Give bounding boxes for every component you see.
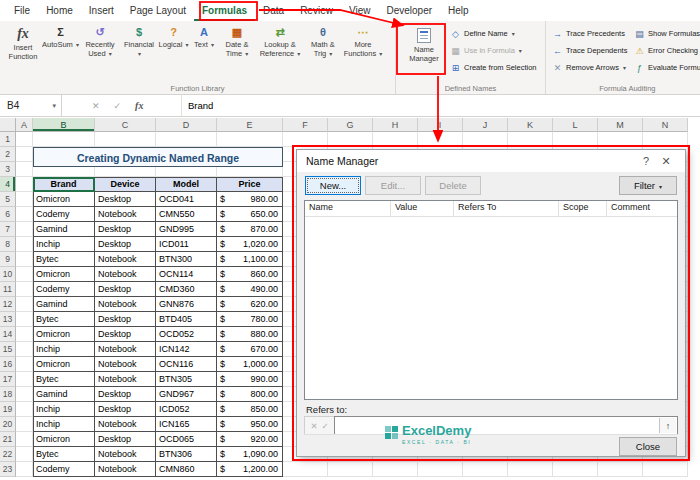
table-cell[interactable]: $1,090.00 bbox=[217, 447, 283, 462]
ribbon-button-remove-arrows[interactable]: ✕Remove Arrows▾ bbox=[550, 59, 632, 76]
table-cell[interactable]: ICN165 bbox=[156, 417, 217, 432]
ribbon-button-recently-used[interactable]: ↺Recently Used ▾ bbox=[79, 24, 121, 58]
table-cell[interactable]: Inchip bbox=[33, 237, 95, 252]
table-cell[interactable]: $880.00 bbox=[217, 327, 283, 342]
table-cell[interactable]: OCD041 bbox=[156, 192, 217, 207]
table-cell[interactable]: Desktop bbox=[95, 312, 156, 327]
list-column-comment[interactable]: Comment bbox=[607, 201, 677, 216]
table-cell[interactable]: OCD065 bbox=[156, 432, 217, 447]
table-cell[interactable]: $620.00 bbox=[217, 297, 283, 312]
ribbon-button-lookup-reference[interactable]: ⇄Lookup & Reference ▾ bbox=[256, 24, 304, 58]
table-cell[interactable]: Desktop bbox=[95, 282, 156, 297]
table-cell[interactable]: $1,000.00 bbox=[217, 357, 283, 372]
dialog-close-icon[interactable]: ✕ bbox=[656, 155, 676, 168]
table-cell[interactable]: Inchip bbox=[33, 417, 95, 432]
table-header-price[interactable]: Price bbox=[217, 177, 283, 192]
table-cell[interactable]: Bytec bbox=[33, 252, 95, 267]
formula-bar-input[interactable]: Brand bbox=[182, 95, 700, 116]
table-cell[interactable]: Desktop bbox=[95, 327, 156, 342]
insert-function-button[interactable]: fx Insert Function bbox=[4, 24, 42, 61]
table-cell[interactable]: BTN300 bbox=[156, 252, 217, 267]
tab-insert[interactable]: Insert bbox=[81, 0, 122, 21]
table-cell[interactable]: GND967 bbox=[156, 387, 217, 402]
table-cell[interactable]: Gamind bbox=[33, 297, 95, 312]
ribbon-button-date-time[interactable]: ▦Date & Time ▾ bbox=[218, 24, 256, 58]
table-cell[interactable]: Inchip bbox=[33, 342, 95, 357]
table-cell[interactable]: $780.00 bbox=[217, 312, 283, 327]
list-column-name[interactable]: Name bbox=[305, 201, 391, 216]
tab-help[interactable]: Help bbox=[440, 0, 477, 21]
refers-to-input[interactable]: ↑ bbox=[334, 416, 678, 435]
table-cell[interactable]: Bytec bbox=[33, 372, 95, 387]
table-cell[interactable]: Inchip bbox=[33, 402, 95, 417]
table-cell[interactable]: OCN116 bbox=[156, 357, 217, 372]
table-cell[interactable]: Desktop bbox=[95, 222, 156, 237]
table-cell[interactable]: $870.00 bbox=[217, 222, 283, 237]
ribbon-button-error-checking[interactable]: ⚠Error Checking▾ bbox=[632, 42, 700, 59]
ribbon-button-logical[interactable]: ?Logical ▾ bbox=[157, 24, 190, 49]
tab-developer[interactable]: Developer bbox=[378, 0, 440, 21]
ribbon-button-create-from-selection[interactable]: ⊞Create from Selection bbox=[448, 59, 542, 76]
table-cell[interactable]: Desktop bbox=[95, 387, 156, 402]
table-cell[interactable]: OCN114 bbox=[156, 267, 217, 282]
ribbon-button-more-functions[interactable]: ⋯More Functions ▾ bbox=[342, 24, 384, 58]
list-column-scope[interactable]: Scope bbox=[559, 201, 607, 216]
list-column-refers-to[interactable]: Refers To bbox=[454, 201, 559, 216]
ribbon-button-show-formulas[interactable]: ▤Show Formulas bbox=[632, 25, 700, 42]
table-cell[interactable]: Omicron bbox=[33, 432, 95, 447]
table-cell[interactable]: Notebook bbox=[95, 342, 156, 357]
table-cell[interactable]: BTN305 bbox=[156, 372, 217, 387]
table-cell[interactable]: $860.00 bbox=[217, 267, 283, 282]
table-cell[interactable]: Notebook bbox=[95, 417, 156, 432]
tab-data[interactable]: Data bbox=[255, 0, 292, 21]
table-cell[interactable]: Gamind bbox=[33, 387, 95, 402]
close-button[interactable]: Close bbox=[619, 437, 677, 456]
table-cell[interactable]: BTD405 bbox=[156, 312, 217, 327]
names-list[interactable]: NameValueRefers ToScopeComment bbox=[304, 200, 678, 400]
filter-button[interactable]: Filter▾ bbox=[619, 176, 677, 195]
table-cell[interactable]: $990.00 bbox=[217, 372, 283, 387]
table-cell[interactable]: CMD360 bbox=[156, 282, 217, 297]
table-cell[interactable]: ICD052 bbox=[156, 402, 217, 417]
table-cell[interactable]: Notebook bbox=[95, 372, 156, 387]
table-header-device[interactable]: Device bbox=[95, 177, 156, 192]
table-cell[interactable]: $1,020.00 bbox=[217, 237, 283, 252]
table-cell[interactable]: Codemy bbox=[33, 207, 95, 222]
table-cell[interactable]: Notebook bbox=[95, 357, 156, 372]
ribbon-button-financial[interactable]: $Financial ▾ bbox=[121, 24, 157, 58]
table-cell[interactable]: Notebook bbox=[95, 207, 156, 222]
tab-view[interactable]: View bbox=[341, 0, 379, 21]
table-cell[interactable]: Notebook bbox=[95, 447, 156, 462]
table-cell[interactable]: CMN550 bbox=[156, 207, 217, 222]
table-cell[interactable]: Omicron bbox=[33, 357, 95, 372]
table-header-model[interactable]: Model bbox=[156, 177, 217, 192]
table-cell[interactable]: Bytec bbox=[33, 447, 95, 462]
table-cell[interactable]: GND995 bbox=[156, 222, 217, 237]
ribbon-button-trace-precedents[interactable]: →Trace Precedents bbox=[550, 25, 632, 42]
list-column-value[interactable]: Value bbox=[391, 201, 454, 216]
table-cell[interactable]: Notebook bbox=[95, 267, 156, 282]
name-manager-button[interactable]: Name Manager bbox=[400, 24, 448, 63]
table-cell[interactable]: $1,200.00 bbox=[217, 462, 283, 477]
table-cell[interactable]: Desktop bbox=[95, 192, 156, 207]
insert-function-fx-icon[interactable]: fx bbox=[135, 100, 143, 111]
ribbon-button-trace-dependents[interactable]: ←Trace Dependents bbox=[550, 42, 632, 59]
table-cell[interactable]: $980.00 bbox=[217, 192, 283, 207]
table-cell[interactable]: GNN876 bbox=[156, 297, 217, 312]
tab-file[interactable]: File bbox=[6, 0, 38, 21]
table-cell[interactable]: $1,100.00 bbox=[217, 252, 283, 267]
table-cell[interactable]: Notebook bbox=[95, 462, 156, 477]
collapse-dialog-icon[interactable]: ↑ bbox=[659, 418, 676, 433]
table-cell[interactable]: $650.00 bbox=[217, 207, 283, 222]
tab-home[interactable]: Home bbox=[38, 0, 81, 21]
table-cell[interactable]: Omicron bbox=[33, 327, 95, 342]
tab-page-layout[interactable]: Page Layout bbox=[122, 0, 194, 21]
enter-icon[interactable]: ✓ bbox=[114, 101, 122, 111]
ribbon-button-use-in-formula[interactable]: ▦Use in Formula▾ bbox=[448, 42, 542, 59]
table-cell[interactable]: $490.00 bbox=[217, 282, 283, 297]
table-cell[interactable]: $950.00 bbox=[217, 417, 283, 432]
table-cell[interactable]: ICD011 bbox=[156, 237, 217, 252]
table-cell[interactable]: ICN142 bbox=[156, 342, 217, 357]
table-cell[interactable]: OCD052 bbox=[156, 327, 217, 342]
tab-formulas[interactable]: Formulas bbox=[194, 0, 255, 21]
